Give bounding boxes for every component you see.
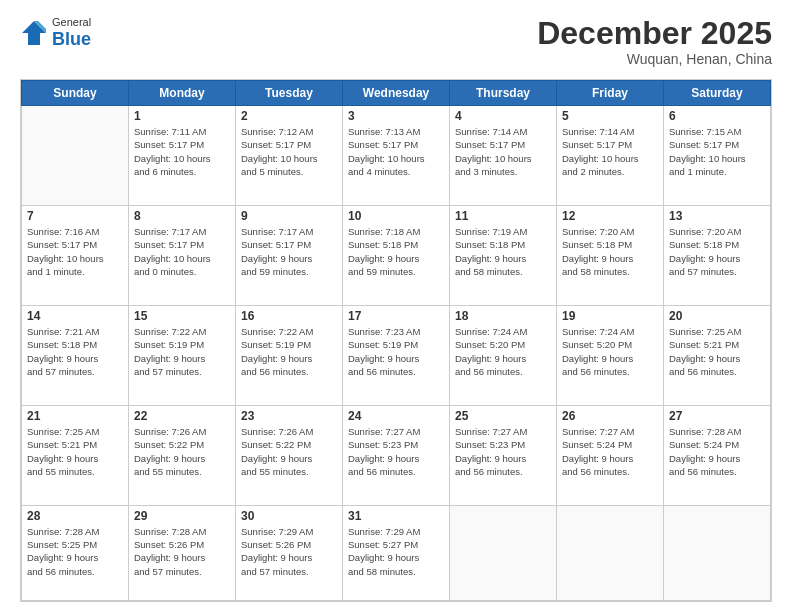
svg-marker-0 xyxy=(22,21,46,45)
day-number: 3 xyxy=(348,109,444,123)
week-row-3: 14Sunrise: 7:21 AMSunset: 5:18 PMDayligh… xyxy=(22,306,771,406)
calendar-cell: 15Sunrise: 7:22 AMSunset: 5:19 PMDayligh… xyxy=(129,306,236,406)
day-info: Sunrise: 7:17 AMSunset: 5:17 PMDaylight:… xyxy=(241,225,337,278)
day-info: Sunrise: 7:26 AMSunset: 5:22 PMDaylight:… xyxy=(134,425,230,478)
day-info: Sunrise: 7:24 AMSunset: 5:20 PMDaylight:… xyxy=(562,325,658,378)
logo-blue: Blue xyxy=(52,29,91,51)
calendar-cell: 7Sunrise: 7:16 AMSunset: 5:17 PMDaylight… xyxy=(22,206,129,306)
day-number: 28 xyxy=(27,509,123,523)
calendar-cell: 2Sunrise: 7:12 AMSunset: 5:17 PMDaylight… xyxy=(236,106,343,206)
day-info: Sunrise: 7:28 AMSunset: 5:26 PMDaylight:… xyxy=(134,525,230,578)
calendar-cell: 25Sunrise: 7:27 AMSunset: 5:23 PMDayligh… xyxy=(450,405,557,505)
calendar: SundayMondayTuesdayWednesdayThursdayFrid… xyxy=(20,79,772,602)
day-number: 19 xyxy=(562,309,658,323)
header-day-tuesday: Tuesday xyxy=(236,81,343,106)
calendar-cell: 5Sunrise: 7:14 AMSunset: 5:17 PMDaylight… xyxy=(557,106,664,206)
day-info: Sunrise: 7:28 AMSunset: 5:25 PMDaylight:… xyxy=(27,525,123,578)
calendar-cell: 23Sunrise: 7:26 AMSunset: 5:22 PMDayligh… xyxy=(236,405,343,505)
calendar-cell: 3Sunrise: 7:13 AMSunset: 5:17 PMDaylight… xyxy=(343,106,450,206)
day-info: Sunrise: 7:11 AMSunset: 5:17 PMDaylight:… xyxy=(134,125,230,178)
calendar-cell: 19Sunrise: 7:24 AMSunset: 5:20 PMDayligh… xyxy=(557,306,664,406)
day-number: 18 xyxy=(455,309,551,323)
day-number: 22 xyxy=(134,409,230,423)
day-number: 24 xyxy=(348,409,444,423)
day-number: 10 xyxy=(348,209,444,223)
day-info: Sunrise: 7:20 AMSunset: 5:18 PMDaylight:… xyxy=(669,225,765,278)
day-number: 31 xyxy=(348,509,444,523)
calendar-cell xyxy=(664,505,771,600)
week-row-2: 7Sunrise: 7:16 AMSunset: 5:17 PMDaylight… xyxy=(22,206,771,306)
day-number: 26 xyxy=(562,409,658,423)
day-info: Sunrise: 7:17 AMSunset: 5:17 PMDaylight:… xyxy=(134,225,230,278)
day-info: Sunrise: 7:29 AMSunset: 5:26 PMDaylight:… xyxy=(241,525,337,578)
day-info: Sunrise: 7:26 AMSunset: 5:22 PMDaylight:… xyxy=(241,425,337,478)
logo: General Blue xyxy=(20,16,91,51)
header-day-saturday: Saturday xyxy=(664,81,771,106)
day-number: 9 xyxy=(241,209,337,223)
day-info: Sunrise: 7:14 AMSunset: 5:17 PMDaylight:… xyxy=(562,125,658,178)
calendar-cell: 21Sunrise: 7:25 AMSunset: 5:21 PMDayligh… xyxy=(22,405,129,505)
header-day-friday: Friday xyxy=(557,81,664,106)
day-number: 2 xyxy=(241,109,337,123)
calendar-cell: 8Sunrise: 7:17 AMSunset: 5:17 PMDaylight… xyxy=(129,206,236,306)
day-info: Sunrise: 7:23 AMSunset: 5:19 PMDaylight:… xyxy=(348,325,444,378)
header: General Blue December 2025 Wuquan, Henan… xyxy=(20,16,772,67)
calendar-cell: 10Sunrise: 7:18 AMSunset: 5:18 PMDayligh… xyxy=(343,206,450,306)
day-info: Sunrise: 7:20 AMSunset: 5:18 PMDaylight:… xyxy=(562,225,658,278)
calendar-cell: 18Sunrise: 7:24 AMSunset: 5:20 PMDayligh… xyxy=(450,306,557,406)
day-number: 27 xyxy=(669,409,765,423)
calendar-cell: 11Sunrise: 7:19 AMSunset: 5:18 PMDayligh… xyxy=(450,206,557,306)
day-info: Sunrise: 7:12 AMSunset: 5:17 PMDaylight:… xyxy=(241,125,337,178)
day-number: 30 xyxy=(241,509,337,523)
calendar-cell: 24Sunrise: 7:27 AMSunset: 5:23 PMDayligh… xyxy=(343,405,450,505)
day-number: 1 xyxy=(134,109,230,123)
day-info: Sunrise: 7:19 AMSunset: 5:18 PMDaylight:… xyxy=(455,225,551,278)
day-number: 17 xyxy=(348,309,444,323)
day-number: 8 xyxy=(134,209,230,223)
day-info: Sunrise: 7:15 AMSunset: 5:17 PMDaylight:… xyxy=(669,125,765,178)
calendar-cell: 31Sunrise: 7:29 AMSunset: 5:27 PMDayligh… xyxy=(343,505,450,600)
day-number: 29 xyxy=(134,509,230,523)
header-row: SundayMondayTuesdayWednesdayThursdayFrid… xyxy=(22,81,771,106)
calendar-cell xyxy=(557,505,664,600)
day-info: Sunrise: 7:18 AMSunset: 5:18 PMDaylight:… xyxy=(348,225,444,278)
day-number: 7 xyxy=(27,209,123,223)
calendar-cell xyxy=(22,106,129,206)
day-number: 20 xyxy=(669,309,765,323)
day-number: 14 xyxy=(27,309,123,323)
calendar-cell: 30Sunrise: 7:29 AMSunset: 5:26 PMDayligh… xyxy=(236,505,343,600)
day-info: Sunrise: 7:27 AMSunset: 5:24 PMDaylight:… xyxy=(562,425,658,478)
calendar-cell: 12Sunrise: 7:20 AMSunset: 5:18 PMDayligh… xyxy=(557,206,664,306)
logo-text: General Blue xyxy=(52,16,91,51)
day-info: Sunrise: 7:25 AMSunset: 5:21 PMDaylight:… xyxy=(669,325,765,378)
day-info: Sunrise: 7:13 AMSunset: 5:17 PMDaylight:… xyxy=(348,125,444,178)
day-number: 12 xyxy=(562,209,658,223)
calendar-cell: 4Sunrise: 7:14 AMSunset: 5:17 PMDaylight… xyxy=(450,106,557,206)
day-number: 25 xyxy=(455,409,551,423)
calendar-cell: 6Sunrise: 7:15 AMSunset: 5:17 PMDaylight… xyxy=(664,106,771,206)
calendar-cell: 27Sunrise: 7:28 AMSunset: 5:24 PMDayligh… xyxy=(664,405,771,505)
calendar-cell: 28Sunrise: 7:28 AMSunset: 5:25 PMDayligh… xyxy=(22,505,129,600)
day-info: Sunrise: 7:22 AMSunset: 5:19 PMDaylight:… xyxy=(241,325,337,378)
day-info: Sunrise: 7:27 AMSunset: 5:23 PMDaylight:… xyxy=(348,425,444,478)
calendar-cell: 1Sunrise: 7:11 AMSunset: 5:17 PMDaylight… xyxy=(129,106,236,206)
day-info: Sunrise: 7:21 AMSunset: 5:18 PMDaylight:… xyxy=(27,325,123,378)
day-number: 23 xyxy=(241,409,337,423)
calendar-body: 1Sunrise: 7:11 AMSunset: 5:17 PMDaylight… xyxy=(22,106,771,601)
calendar-cell: 22Sunrise: 7:26 AMSunset: 5:22 PMDayligh… xyxy=(129,405,236,505)
day-info: Sunrise: 7:14 AMSunset: 5:17 PMDaylight:… xyxy=(455,125,551,178)
calendar-cell: 20Sunrise: 7:25 AMSunset: 5:21 PMDayligh… xyxy=(664,306,771,406)
day-number: 13 xyxy=(669,209,765,223)
logo-general: General xyxy=(52,16,91,29)
day-number: 4 xyxy=(455,109,551,123)
calendar-cell: 9Sunrise: 7:17 AMSunset: 5:17 PMDaylight… xyxy=(236,206,343,306)
week-row-5: 28Sunrise: 7:28 AMSunset: 5:25 PMDayligh… xyxy=(22,505,771,600)
calendar-cell xyxy=(450,505,557,600)
calendar-table: SundayMondayTuesdayWednesdayThursdayFrid… xyxy=(21,80,771,601)
location: Wuquan, Henan, China xyxy=(537,51,772,67)
calendar-cell: 14Sunrise: 7:21 AMSunset: 5:18 PMDayligh… xyxy=(22,306,129,406)
calendar-cell: 29Sunrise: 7:28 AMSunset: 5:26 PMDayligh… xyxy=(129,505,236,600)
day-number: 21 xyxy=(27,409,123,423)
header-day-monday: Monday xyxy=(129,81,236,106)
calendar-cell: 13Sunrise: 7:20 AMSunset: 5:18 PMDayligh… xyxy=(664,206,771,306)
